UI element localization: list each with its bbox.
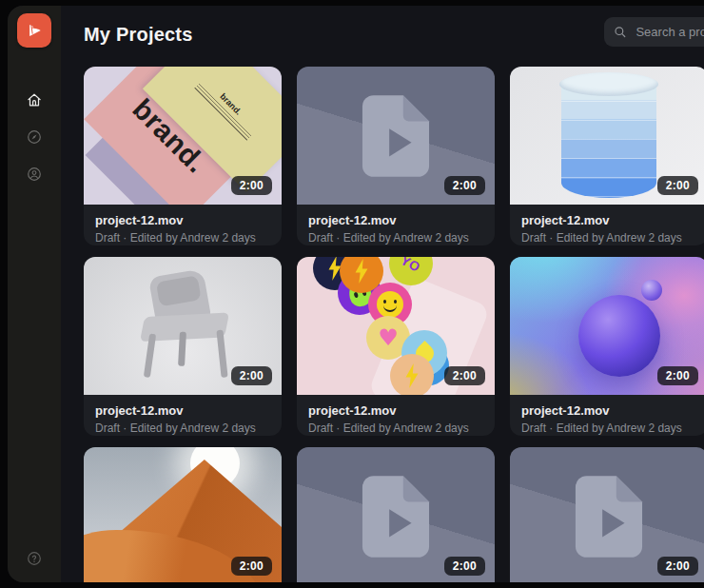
projects-grid: brand.brand. 2:00 project-12.mov Draft ·… — [84, 67, 704, 582]
account-icon — [26, 166, 43, 183]
card-meta: project-12.mov Draft · Edited by Andrew … — [84, 395, 282, 436]
app-logo[interactable] — [17, 13, 51, 48]
gray-chair-thumbnail: 2:00 — [84, 257, 282, 395]
app-window: My Projects brand.brand. 2:00 project-12… — [8, 6, 704, 582]
video-file-placeholder-thumbnail: 2:00 — [297, 447, 495, 582]
duration-badge: 2:00 — [657, 366, 698, 385]
search-box[interactable] — [604, 17, 704, 47]
duration-badge: 2:00 — [231, 176, 272, 195]
project-status: Draft · Edited by Andrew 2 days ago — [95, 421, 270, 436]
project-card[interactable]: YO♥ 2:00 project-12.mov Draft · Edited b… — [297, 257, 495, 436]
small-sphere-graphic — [641, 280, 662, 301]
sidebar-item-home[interactable] — [26, 91, 43, 108]
search-icon — [614, 25, 626, 39]
sphere-graphic — [578, 295, 660, 377]
desert-dune-thumbnail: 2:00 — [84, 447, 282, 582]
cylinder-graphic — [561, 82, 656, 198]
project-card[interactable]: 2:00 project-12.mov Draft · Edited by An… — [510, 447, 704, 582]
duration-badge: 2:00 — [231, 557, 272, 576]
duration-badge: 2:00 — [444, 366, 485, 385]
project-card[interactable]: 2:00 project-12.mov Draft · Edited by An… — [510, 67, 704, 245]
help-button[interactable] — [26, 550, 43, 567]
project-card[interactable]: 2:00 project-12.mov Draft · Edited by An… — [297, 447, 495, 582]
brand-cards-thumbnail: brand.brand. 2:00 — [84, 67, 282, 205]
project-title: project-12.mov — [308, 403, 483, 418]
video-file-icon — [361, 93, 431, 179]
project-title: project-12.mov — [95, 403, 270, 418]
project-status: Draft · Edited by Andrew 2 days ago — [95, 231, 270, 245]
card-meta: project-12.mov Draft · Edited by Andrew … — [297, 395, 495, 436]
gradient-sphere-thumbnail: 2:00 — [510, 257, 704, 395]
project-card[interactable]: 2:00 project-12.mov Draft · Edited by An… — [84, 257, 282, 436]
card-meta: project-12.mov Draft · Edited by Andrew … — [297, 205, 495, 245]
project-title: project-12.mov — [95, 213, 270, 227]
video-file-icon — [574, 474, 644, 559]
duration-badge: 2:00 — [444, 176, 485, 195]
video-file-placeholder-thumbnail: 2:00 — [510, 447, 704, 582]
main-content: My Projects brand.brand. 2:00 project-12… — [61, 6, 704, 582]
sidebar-item-explore[interactable] — [26, 128, 43, 146]
project-status: Draft · Edited by Andrew 2 days ago — [521, 421, 696, 436]
search-input[interactable] — [634, 24, 704, 40]
card-meta: project-12.mov Draft · Edited by Andrew … — [510, 205, 704, 245]
card-meta: project-12.mov Draft · Edited by Andrew … — [84, 205, 282, 245]
video-file-placeholder-thumbnail: 2:00 — [297, 67, 495, 205]
sidebar-nav — [26, 91, 43, 183]
project-title: project-12.mov — [521, 403, 696, 418]
project-card[interactable]: brand.brand. 2:00 project-12.mov Draft ·… — [84, 67, 282, 245]
duration-badge: 2:00 — [657, 176, 698, 195]
project-status: Draft · Edited by Andrew 2 days ago — [521, 231, 696, 245]
project-title: project-12.mov — [521, 213, 696, 227]
play-flag-icon — [24, 20, 45, 41]
duration-badge: 2:00 — [231, 366, 272, 385]
project-card[interactable]: 2:00 project-12.mov Draft · Edited by An… — [297, 67, 495, 245]
sticker-collage-thumbnail: YO♥ 2:00 — [297, 257, 495, 395]
chair-graphic — [124, 270, 242, 377]
sidebar — [8, 6, 61, 582]
duration-badge: 2:00 — [657, 557, 698, 576]
bolt-sticker — [390, 354, 434, 395]
project-title: project-12.mov — [308, 213, 483, 227]
card-meta: project-12.mov Draft · Edited by Andrew … — [510, 395, 704, 436]
project-status: Draft · Edited by Andrew 2 days ago — [308, 421, 483, 436]
project-card[interactable]: 2:00 project-12.mov Draft · Edited by An… — [84, 447, 282, 582]
screen: My Projects brand.brand. 2:00 project-12… — [0, 0, 704, 588]
home-icon — [26, 91, 43, 108]
project-card[interactable]: 2:00 project-12.mov Draft · Edited by An… — [510, 257, 704, 436]
blue-cylinder-thumbnail: 2:00 — [510, 67, 704, 205]
compass-icon — [26, 128, 43, 146]
project-status: Draft · Edited by Andrew 2 days ago — [308, 231, 483, 245]
sidebar-item-account[interactable] — [26, 166, 43, 183]
video-file-icon — [361, 474, 431, 559]
help-question-icon — [26, 550, 43, 567]
duration-badge: 2:00 — [444, 557, 485, 576]
